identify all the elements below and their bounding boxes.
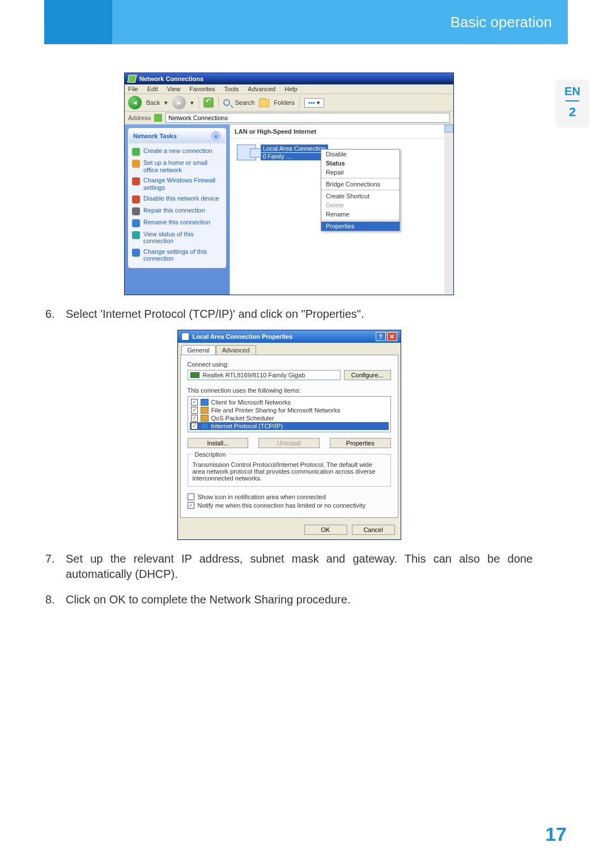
- tab-general[interactable]: General: [181, 345, 216, 355]
- properties-button[interactable]: Properties: [330, 438, 391, 448]
- window-titlebar[interactable]: Network Connections: [125, 73, 453, 84]
- side-tab: EN 2: [555, 79, 589, 127]
- items-listbox[interactable]: ✓ Client for Microsoft Networks ✓ File a…: [188, 396, 391, 432]
- search-button-label[interactable]: Search: [235, 99, 254, 106]
- task-icon: [132, 148, 140, 156]
- description-text: Transmission Control Protocol/Internet P…: [193, 461, 386, 482]
- step-text: Set up the relevant IP address, subnet m…: [66, 551, 533, 582]
- section-header: LAN or High-Speed Internet: [230, 125, 453, 139]
- step-text: Select 'Internet Protocol (TCP/IP)' and …: [66, 307, 533, 322]
- close-button-icon[interactable]: ✕: [387, 332, 397, 341]
- connect-using-label: Connect using:: [188, 361, 391, 368]
- task-rename-connection[interactable]: Rename this connection: [132, 217, 222, 229]
- adapter-name: Realtek RTL8169/8110 Family Gigab: [203, 372, 305, 378]
- opt-show-icon[interactable]: ✓ Show icon in notification area when co…: [188, 493, 391, 500]
- menu-file[interactable]: File: [128, 86, 138, 92]
- forward-button-icon[interactable]: ►: [172, 96, 186, 109]
- ctx-disable[interactable]: Disable: [321, 150, 400, 159]
- dialog-title-text: Local Area Connection Properties: [193, 333, 293, 340]
- connection-area: Local Area Connection 0 Family … Disable…: [230, 139, 453, 166]
- connection-adapter: 0 Family …: [261, 153, 328, 160]
- task-firewall-settings[interactable]: Change Windows Firewall settings: [132, 175, 222, 193]
- task-disable-device[interactable]: Disable this network device: [132, 193, 222, 205]
- task-label: Change settings of this connection: [143, 248, 222, 262]
- component-icon: [201, 399, 209, 406]
- collapse-chevron-icon[interactable]: «: [211, 131, 221, 141]
- address-input[interactable]: [165, 113, 450, 123]
- views-caret-icon: ▾: [317, 99, 320, 106]
- connection-name: Local Area Connection: [261, 144, 328, 152]
- checkbox-icon[interactable]: ✓: [188, 493, 194, 500]
- ok-button[interactable]: OK: [304, 525, 347, 535]
- dialog-titlebar[interactable]: Local Area Connection Properties ? ✕: [178, 330, 401, 343]
- ctx-separator: [321, 220, 400, 220]
- toolbar-separator: [198, 96, 199, 109]
- install-button[interactable]: Install...: [188, 438, 249, 448]
- ctx-shortcut[interactable]: Create Shortcut: [321, 192, 400, 201]
- item-client-ms-networks[interactable]: ✓ Client for Microsoft Networks: [190, 398, 389, 406]
- cancel-button[interactable]: Cancel: [352, 525, 395, 535]
- folders-icon[interactable]: [259, 99, 269, 107]
- configure-button[interactable]: Configure...: [344, 370, 391, 380]
- forward-caret-icon[interactable]: ▾: [190, 99, 194, 107]
- item-label: QoS Packet Scheduler: [211, 415, 274, 422]
- uninstall-button: Uninstall: [258, 438, 320, 448]
- ctx-bridge[interactable]: Bridge Connections: [321, 180, 400, 189]
- ctx-delete: Delete: [321, 201, 400, 210]
- scrollbar-thumb[interactable]: [444, 125, 453, 133]
- task-label: Set up a home or small office network: [143, 159, 222, 173]
- ctx-properties[interactable]: Properties: [321, 222, 400, 231]
- views-button[interactable]: ▪▪▪ ▾: [304, 98, 324, 108]
- search-icon[interactable]: [223, 99, 230, 106]
- component-icon: [201, 407, 209, 414]
- back-button-label[interactable]: Back: [146, 99, 160, 106]
- description-box: Description Transmission Control Protoco…: [188, 454, 391, 487]
- task-icon: [132, 219, 140, 227]
- menu-edit[interactable]: Edit: [147, 86, 158, 92]
- folders-button-label[interactable]: Folders: [274, 99, 295, 106]
- menu-favorites[interactable]: Favorites: [189, 86, 215, 92]
- component-icon: [201, 415, 209, 422]
- task-setup-home-network[interactable]: Set up a home or small office network: [132, 158, 222, 175]
- task-label: Repair this connection: [143, 207, 205, 214]
- checkbox-icon[interactable]: ✓: [191, 407, 198, 414]
- network-tasks-header[interactable]: Network Tasks «: [129, 129, 226, 143]
- task-view-status[interactable]: View status of this connection: [132, 229, 222, 246]
- task-label: Rename this connection: [143, 219, 210, 226]
- item-tcpip[interactable]: ✓ Internet Protocol (TCP/IP): [190, 422, 389, 430]
- item-file-printer-sharing[interactable]: ✓ File and Printer Sharing for Microsoft…: [190, 406, 389, 414]
- header-accent-block: [44, 0, 112, 44]
- ctx-separator: [321, 190, 400, 190]
- tab-strip: General Advanced: [178, 343, 401, 355]
- back-caret-icon[interactable]: ▾: [164, 99, 168, 107]
- ctx-rename[interactable]: Rename: [321, 210, 400, 219]
- nic-icon: [190, 372, 199, 378]
- language-label: EN: [555, 85, 589, 98]
- up-folder-icon[interactable]: [203, 97, 214, 108]
- opt-notify-limited[interactable]: ✓ Notify me when this connection has lim…: [188, 502, 391, 509]
- ctx-repair[interactable]: Repair: [321, 168, 400, 177]
- task-change-settings[interactable]: Change settings of this connection: [132, 246, 222, 264]
- task-repair-connection[interactable]: Repair this connection: [132, 205, 222, 217]
- checkbox-icon[interactable]: ✓: [191, 399, 198, 406]
- item-label: Client for Microsoft Networks: [211, 399, 291, 406]
- checkbox-icon[interactable]: ✓: [188, 502, 194, 509]
- page-number: 17: [545, 823, 567, 845]
- task-create-connection[interactable]: Create a new connection: [132, 146, 222, 158]
- menu-advanced[interactable]: Advanced: [248, 86, 275, 92]
- component-icon: [201, 423, 209, 429]
- uses-items-label: This connection uses the following items…: [188, 387, 391, 394]
- step-text: Click on OK to complete the Network Shar…: [66, 592, 533, 607]
- menu-view[interactable]: View: [167, 86, 181, 92]
- item-qos-scheduler[interactable]: ✓ QoS Packet Scheduler: [190, 414, 389, 422]
- menu-tools[interactable]: Tools: [224, 86, 239, 92]
- ctx-status[interactable]: Status: [321, 159, 400, 168]
- help-button-icon[interactable]: ?: [376, 332, 386, 341]
- network-tasks-title: Network Tasks: [133, 133, 177, 139]
- sidebar: Network Tasks « Create a new connection …: [125, 125, 230, 295]
- menu-help[interactable]: Help: [284, 86, 298, 92]
- back-button-icon[interactable]: ◄: [128, 96, 142, 109]
- tab-advanced[interactable]: Advanced: [216, 345, 256, 355]
- checkbox-icon[interactable]: ✓: [191, 415, 198, 422]
- checkbox-icon[interactable]: ✓: [191, 423, 198, 429]
